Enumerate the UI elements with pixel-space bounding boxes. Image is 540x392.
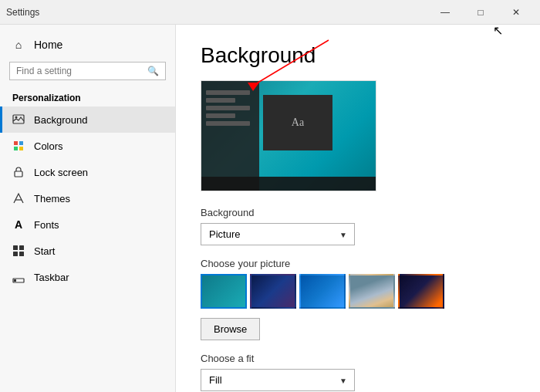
window-controls: — □ ✕ [427, 0, 534, 25]
svg-rect-8 [13, 245, 18, 250]
picture-thumb-4[interactable] [349, 274, 395, 309]
sidebar-item-taskbar[interactable]: Taskbar [0, 264, 175, 290]
svg-rect-6 [15, 171, 22, 177]
home-label: Home [34, 39, 62, 51]
sidebar-item-start[interactable]: Start [0, 238, 175, 264]
svg-rect-9 [19, 245, 24, 250]
minimize-button[interactable]: — [427, 0, 463, 25]
preview-taskbar [201, 177, 376, 191]
main-content: Background Aa Background Pic [176, 25, 540, 392]
title-bar: Settings — □ ✕ [0, 0, 540, 25]
picture-thumb-2[interactable] [250, 274, 296, 309]
svg-rect-4 [14, 147, 18, 150]
home-icon: ⌂ [12, 39, 25, 51]
start-icon [12, 245, 25, 257]
svg-point-1 [15, 117, 18, 119]
background-dropdown-label: Background [201, 207, 515, 218]
fit-dropdown[interactable]: Fill Fit Stretch Tile Center Span [201, 369, 355, 391]
svg-rect-5 [19, 147, 23, 150]
sidebar-item-label: Fonts [34, 219, 59, 231]
section-label: Personalization [0, 86, 175, 106]
svg-rect-11 [19, 252, 24, 256]
picture-thumb-3[interactable] [299, 274, 346, 309]
search-icon: 🔍 [147, 66, 159, 76]
preview-bar-4 [206, 113, 235, 118]
preview-bar-2 [206, 98, 235, 103]
sidebar-item-label: Lock screen [34, 167, 88, 178]
sidebar-item-label: Themes [34, 193, 70, 204]
choose-fit-label: Choose a fit [201, 353, 515, 364]
preview-image: Aa [201, 80, 376, 191]
sidebar-item-label: Background [34, 114, 87, 126]
svg-rect-13 [14, 279, 16, 282]
preview-bar-3 [206, 106, 250, 110]
background-icon [12, 113, 25, 126]
window-body: ⌂ Home 🔍 Personalization Background Colo… [0, 25, 540, 392]
background-dropdown-wrapper: Picture Solid color Slideshow ▼ [201, 223, 355, 245]
search-box: 🔍 [9, 62, 166, 80]
colors-icon [12, 140, 25, 152]
sidebar: ⌂ Home 🔍 Personalization Background Colo… [0, 25, 176, 392]
close-button[interactable]: ✕ [498, 0, 534, 25]
preview-bar-5 [206, 121, 250, 126]
picture-thumb-1[interactable] [201, 274, 247, 309]
sidebar-home[interactable]: ⌂ Home [0, 31, 175, 59]
preview-bar-1 [206, 90, 250, 95]
svg-rect-10 [13, 252, 18, 256]
sidebar-item-label: Colors [34, 140, 63, 152]
preview-desktop-window: Aa [263, 95, 332, 150]
choose-picture-label: Choose your picture [201, 258, 515, 269]
browse-button[interactable]: Browse [201, 318, 260, 340]
maximize-button[interactable]: □ [463, 0, 498, 25]
fonts-icon: A [12, 218, 25, 231]
background-dropdown[interactable]: Picture Solid color Slideshow [201, 223, 355, 245]
sidebar-item-fonts[interactable]: A Fonts [0, 211, 175, 238]
fit-dropdown-wrapper: Fill Fit Stretch Tile Center Span ▼ [201, 369, 355, 391]
settings-window: Settings — □ ✕ ⌂ Home 🔍 Personalization … [0, 0, 540, 392]
sidebar-item-label: Taskbar [34, 272, 69, 283]
taskbar-icon [12, 271, 25, 283]
picture-thumb-5[interactable] [398, 274, 444, 309]
sidebar-item-lock-screen[interactable]: Lock screen [0, 159, 175, 185]
lock-screen-icon [12, 166, 25, 178]
preview-aa-text: Aa [292, 117, 304, 129]
svg-rect-2 [14, 141, 18, 145]
sidebar-item-label: Start [34, 245, 55, 257]
sidebar-item-background[interactable]: Background [0, 106, 175, 133]
sidebar-item-themes[interactable]: Themes [0, 185, 175, 211]
picture-grid [201, 274, 515, 309]
page-title: Background [201, 43, 515, 68]
window-title: Settings [6, 7, 427, 18]
search-input[interactable] [16, 66, 143, 76]
preview-overlay [201, 81, 259, 191]
themes-icon [12, 192, 25, 204]
svg-rect-3 [19, 141, 23, 145]
sidebar-item-colors[interactable]: Colors [0, 133, 175, 159]
